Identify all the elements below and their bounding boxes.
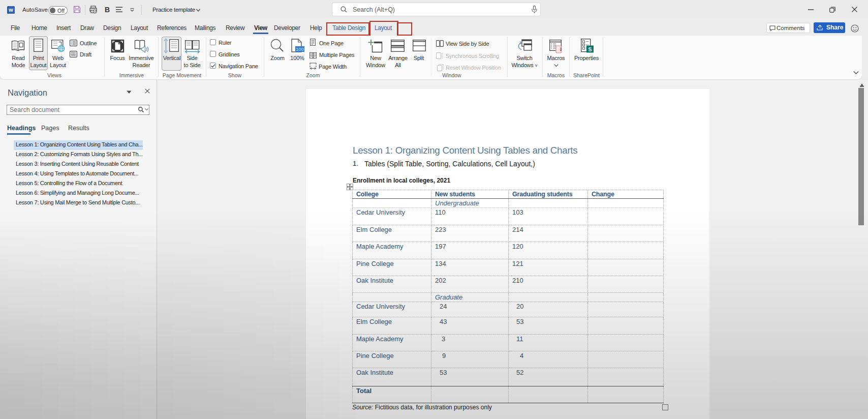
svg-text:S: S bbox=[588, 46, 592, 52]
svg-text:W: W bbox=[9, 8, 13, 13]
svg-text:100: 100 bbox=[296, 46, 304, 52]
